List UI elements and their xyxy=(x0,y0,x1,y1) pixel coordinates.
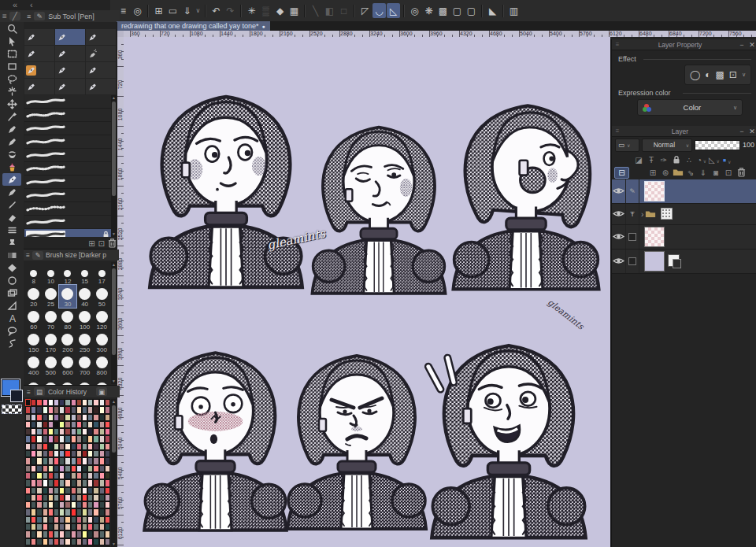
color-swatch[interactable] xyxy=(36,530,42,538)
clear-outside-icon[interactable]: ▒ xyxy=(259,3,272,18)
color-swatch[interactable] xyxy=(54,516,59,523)
color-swatch[interactable] xyxy=(65,494,70,501)
color-swatch[interactable] xyxy=(65,406,70,413)
color-swatch[interactable] xyxy=(65,472,70,479)
color-swatch[interactable] xyxy=(54,472,59,479)
color-swatch[interactable] xyxy=(25,450,31,457)
balloon-tool[interactable] xyxy=(2,324,21,337)
brush-item-gleamints-textured-brush-2[interactable] xyxy=(24,176,111,189)
zoom-tool[interactable] xyxy=(2,22,21,35)
color-swatch[interactable] xyxy=(99,414,105,421)
expression-color-dropdown[interactable]: Color ∨ xyxy=(637,99,743,116)
brush-size-500[interactable]: 500 xyxy=(43,353,60,376)
color-swatch[interactable] xyxy=(76,457,82,464)
document-tab[interactable]: redrawing that one drawing called yay to… xyxy=(117,21,270,31)
color-swatch[interactable] xyxy=(76,516,82,523)
color-swatch[interactable] xyxy=(59,399,65,406)
pen-settings-icon[interactable]: ✑ xyxy=(658,156,670,164)
fill-tool[interactable] xyxy=(2,261,21,274)
brush-size-15[interactable]: 15 xyxy=(76,262,94,285)
color-swatch[interactable] xyxy=(93,435,98,442)
color-swatch[interactable] xyxy=(31,523,36,530)
color-swatch[interactable] xyxy=(59,508,65,516)
menu-icon[interactable]: ≡ xyxy=(612,41,623,48)
lock-icon[interactable] xyxy=(670,155,683,166)
color-swatch[interactable] xyxy=(99,508,105,516)
color-swatch[interactable] xyxy=(87,457,93,464)
color-swatch[interactable] xyxy=(43,414,48,421)
brush-size-17[interactable]: 17 xyxy=(93,262,110,285)
frame-tool[interactable] xyxy=(2,60,21,72)
color-swatch[interactable] xyxy=(54,399,59,406)
eyedropper-tool[interactable] xyxy=(2,110,21,123)
subtool-item-textbr[interactable] xyxy=(86,62,116,78)
clear-icon[interactable]: ✳ xyxy=(245,3,258,18)
palette-tab-icon[interactable]: ▣ xyxy=(96,387,107,396)
select-area-icon[interactable]: ▦ xyxy=(287,3,301,18)
color-swatch[interactable] xyxy=(99,530,105,538)
color-swatch[interactable] xyxy=(76,501,82,508)
color-swatch[interactable] xyxy=(36,435,42,442)
color-swatch[interactable] xyxy=(65,450,70,457)
reference-layer-icon[interactable]: ◔ ∨ xyxy=(695,156,708,164)
color-swatch[interactable] xyxy=(31,538,36,545)
color-swatch[interactable] xyxy=(25,472,31,479)
color-swatch[interactable] xyxy=(48,472,54,479)
blend-tool[interactable] xyxy=(2,148,21,161)
color-swatch[interactable] xyxy=(82,538,87,545)
subtool-item-mb-s[interactable] xyxy=(86,79,116,94)
merge-down-icon[interactable]: ⇓ xyxy=(697,168,710,177)
color-swatch[interactable] xyxy=(71,443,76,450)
color-swatch[interactable] xyxy=(31,435,36,442)
color-swatch[interactable] xyxy=(36,479,42,486)
color-swatch[interactable] xyxy=(93,538,98,545)
color-swatch[interactable] xyxy=(59,428,65,435)
color-swatch[interactable] xyxy=(93,443,98,450)
color-swatch[interactable] xyxy=(31,508,36,516)
color-swatch[interactable] xyxy=(31,450,36,457)
ruler-tool[interactable] xyxy=(2,299,21,312)
color-swatch[interactable] xyxy=(36,501,42,508)
color-swatch[interactable] xyxy=(43,465,48,472)
color-swatch[interactable] xyxy=(59,516,65,523)
color-swatch[interactable] xyxy=(36,406,42,413)
color-swatch[interactable] xyxy=(87,428,93,435)
color-swatch[interactable] xyxy=(65,530,70,538)
color-swatch[interactable] xyxy=(59,494,65,501)
color-swatch[interactable] xyxy=(25,414,31,421)
color-swatch[interactable] xyxy=(36,538,42,545)
color-swatch[interactable] xyxy=(93,508,98,516)
color-swatch[interactable] xyxy=(76,399,82,406)
color-swatch[interactable] xyxy=(65,523,70,530)
color-swatch[interactable] xyxy=(36,516,42,523)
color-swatch[interactable] xyxy=(105,399,110,406)
visibility-eye-icon[interactable] xyxy=(612,257,625,267)
color-swatch[interactable] xyxy=(54,428,59,435)
scroll-up-icon[interactable]: ▲ xyxy=(111,95,117,101)
color-swatch[interactable] xyxy=(105,472,110,479)
color-swatch[interactable] xyxy=(76,530,82,538)
color-swatch[interactable] xyxy=(48,399,54,406)
border-effect-icon[interactable]: ◯ xyxy=(690,69,700,80)
color-swatch[interactable] xyxy=(99,465,105,472)
checkbox[interactable] xyxy=(625,249,639,273)
color-swatch[interactable] xyxy=(99,538,105,545)
color-swatch[interactable] xyxy=(43,421,48,428)
color-swatch[interactable] xyxy=(36,399,42,406)
subtool-item-marke[interactable] xyxy=(86,29,116,45)
color-swatch[interactable] xyxy=(99,487,105,494)
brush-size-30[interactable]: 30 xyxy=(59,285,76,308)
close-icon[interactable]: ✕ xyxy=(747,128,756,135)
color-swatch[interactable] xyxy=(99,435,105,442)
color-swatch[interactable] xyxy=(82,516,87,523)
save-icon[interactable]: ⇓ xyxy=(180,3,194,18)
color-swatch[interactable] xyxy=(71,435,76,442)
brush-size-150[interactable]: 150 xyxy=(25,331,43,353)
layer-row-layer-3[interactable] xyxy=(612,225,756,249)
color-swatch[interactable] xyxy=(93,516,98,523)
color-swatch[interactable] xyxy=(31,457,36,464)
color-swatch[interactable] xyxy=(31,399,36,406)
brush-size-80[interactable]: 80 xyxy=(59,308,76,331)
color-swatch[interactable] xyxy=(82,465,87,472)
color-swatch[interactable] xyxy=(48,428,54,435)
